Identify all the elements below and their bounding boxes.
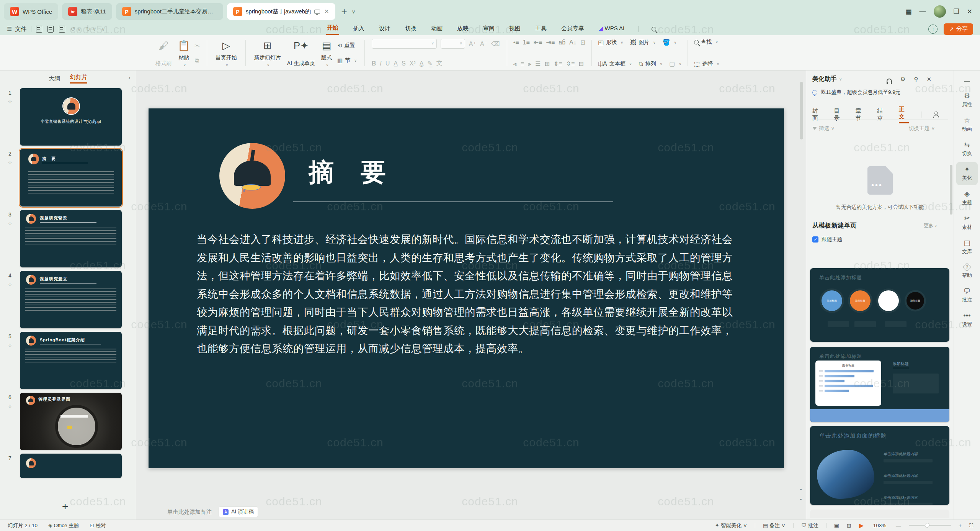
menu-member[interactable]: 会员专享 [560, 24, 585, 34]
share-button[interactable]: ↗分享 [944, 23, 973, 35]
format-painter-button[interactable]: 🖌格式刷 [152, 38, 175, 69]
apps-grid-icon[interactable]: ▦ [905, 8, 911, 16]
slide-editor[interactable]: 摘 要 当今社会进入了科技进步、经济社会快速发展的新时代。国际信息和学术交流也不… [149, 108, 784, 468]
tab-docer[interactable]: ❧ 稻壳·双11 [62, 3, 112, 20]
menu-animation[interactable]: 动画 [430, 24, 443, 34]
star-icon[interactable]: ☆ [8, 403, 12, 409]
menu-slideshow[interactable]: 放映 [456, 24, 469, 34]
zoom-out-icon[interactable]: — [896, 523, 901, 529]
avatar[interactable] [934, 5, 946, 18]
text-direction-icon[interactable]: ab̄ [559, 39, 565, 46]
panel-scrollbar[interactable] [950, 165, 952, 215]
tab-wps-home[interactable]: W WPS Office [4, 3, 58, 20]
slide-body-text[interactable]: 当今社会进入了科技进步、经济社会快速发展的新时代。国际信息和学术交流也不断加强，… [197, 230, 733, 358]
menu-home[interactable]: 开始 [326, 23, 339, 35]
copy-icon[interactable]: ⧉ [194, 57, 199, 64]
office-theme-button[interactable]: ◈ Office 主题 [48, 522, 79, 529]
font-color-icon[interactable]: A̳ [420, 60, 424, 67]
section-button[interactable]: ▥节 [337, 57, 357, 64]
distribute-icon[interactable]: ⊞ [544, 60, 549, 67]
dock-animation[interactable]: ☆动画 [956, 113, 978, 136]
align-left-icon[interactable]: ⫷ [513, 61, 517, 67]
tab-doc-1[interactable]: P springboot二手儿童绘本交易系统设 [116, 3, 223, 20]
zoom-in-icon[interactable]: + [959, 523, 962, 529]
new-slide-button[interactable]: ⊞新建幻灯片 [251, 38, 284, 69]
save-icon[interactable] [36, 26, 42, 33]
superscript-icon[interactable]: X² [410, 60, 416, 67]
slide-thumb-2-selected[interactable]: 2☆ 摘 要 [0, 149, 136, 206]
tab-body[interactable]: 正文 [899, 106, 909, 123]
textbox-button[interactable]: ⎅A文本框 [598, 61, 632, 67]
find-button[interactable]: 查找 [694, 39, 719, 46]
menu-view[interactable]: 视图 [508, 24, 521, 34]
dock-help[interactable]: ?帮助 [956, 260, 978, 282]
menu-wps-ai[interactable]: ◢WPS AI [598, 24, 625, 34]
support-headset-icon[interactable] [887, 79, 892, 82]
font-size-select[interactable] [441, 39, 465, 49]
char-spacing-icon[interactable]: A̲ [394, 60, 398, 67]
layout-button[interactable]: ▤版式 [318, 38, 335, 69]
dock-library[interactable]: ▤文库 [956, 236, 978, 259]
add-slide-button[interactable]: + [62, 500, 68, 513]
dock-settings[interactable]: •••设置 [956, 308, 978, 331]
filter-dropdown[interactable]: 筛选 ∨ [812, 125, 835, 132]
notes-button[interactable]: ▤ 备注 ∨ [763, 522, 786, 529]
align-center-icon[interactable]: ≡ [521, 61, 524, 67]
dock-properties[interactable]: ⚙属性 [956, 88, 978, 111]
upload-icon[interactable]: ↑ [928, 25, 938, 34]
shapes-button[interactable]: ◰形状 [598, 39, 623, 46]
dock-collapse-icon[interactable]: — [964, 77, 970, 84]
more-link[interactable]: 更多 › [924, 222, 937, 229]
star-icon[interactable]: ☆ [8, 282, 12, 287]
highlight-icon[interactable]: ✎̲ [427, 60, 432, 67]
hamburger-icon[interactable]: ☰ [7, 26, 12, 33]
justify-icon[interactable]: ☰ [535, 60, 541, 67]
pinyin-icon[interactable]: 文 [436, 59, 443, 67]
ai-generate-page-button[interactable]: P✦AI 生成单页 [284, 38, 318, 69]
new-tab-button[interactable]: + [341, 6, 347, 18]
menu-tools[interactable]: 工具 [534, 24, 547, 34]
undo-icon[interactable]: ↺ ∨ [70, 26, 81, 33]
tab-outline[interactable]: 大纲 [49, 75, 60, 82]
close-tab-icon[interactable]: ✕ [324, 8, 329, 15]
minimize-button[interactable]: — [920, 8, 926, 15]
proofing-button[interactable]: ⊡ 校对 [90, 522, 106, 529]
monitor-icon[interactable] [314, 10, 320, 14]
person-icon[interactable] [933, 111, 938, 118]
close-window-button[interactable]: ✕ [967, 8, 972, 16]
switch-theme-dropdown[interactable]: 切换主题 ∨ [909, 125, 935, 132]
align-right-icon[interactable]: ⫸ [528, 61, 531, 67]
align-text-icon[interactable]: ⊟ [578, 60, 583, 67]
template-card-3[interactable]: 单击此处添加页面的标题 单击添加此标题内容 单击添加此标题内容 单击添加此标题内… [810, 426, 949, 505]
redo-icon[interactable]: ↻ ∨ [86, 26, 96, 33]
slide-thumb-3[interactable]: 3☆ 课题研究背景 [0, 210, 136, 267]
pin-icon[interactable]: ⚲ [914, 76, 918, 83]
slide-thumb-5[interactable]: 5☆ SpringBoot框架介绍 [0, 332, 136, 389]
dock-theme[interactable]: ◈主题 [956, 187, 978, 210]
dock-beautify[interactable]: ✦美化 [956, 162, 978, 185]
picture-button[interactable]: 🖼图片 [630, 39, 656, 46]
para-spacing-icon[interactable]: ⇳≡ [566, 60, 575, 67]
sorter-view-icon[interactable]: ⊞ [847, 523, 851, 529]
notes-placeholder[interactable]: 单击此处添加备注 [167, 508, 212, 516]
italic-icon[interactable]: I [380, 60, 381, 67]
arrange-button[interactable]: ⧉排列 [639, 61, 662, 67]
normal-view-icon[interactable]: ▣ [834, 523, 839, 529]
underline-icon[interactable]: U [385, 60, 390, 67]
slide-thumb-7[interactable]: 7 [0, 454, 136, 478]
search-icon[interactable] [652, 27, 656, 31]
menu-transition[interactable]: 切换 [404, 24, 417, 34]
slide-thumb-4[interactable]: 4☆ 课题研究意义 [0, 271, 136, 328]
print-preview-icon[interactable] [59, 26, 65, 33]
canvas-scrollbar[interactable]: ⌃ ⌄ [800, 74, 804, 511]
decrease-font-icon[interactable]: A⁻ [480, 40, 487, 48]
numbered-list-icon[interactable]: 1≡ [523, 39, 530, 46]
slide-title[interactable]: 摘 要 [309, 155, 387, 190]
paste-button[interactable]: 📋粘贴 [175, 38, 193, 69]
close-panel-icon[interactable]: ✕ [926, 76, 931, 83]
slide-thumb-6[interactable]: 6☆ 管理员登录界面 [0, 393, 136, 450]
print-icon[interactable] [47, 26, 54, 33]
slide-thumb-1[interactable]: 1☆ 小零食销售系统的设计与实现ppt [0, 88, 136, 146]
increase-font-icon[interactable]: A⁺ [469, 40, 476, 48]
shape-fill-button[interactable]: 🪣 [663, 39, 677, 46]
